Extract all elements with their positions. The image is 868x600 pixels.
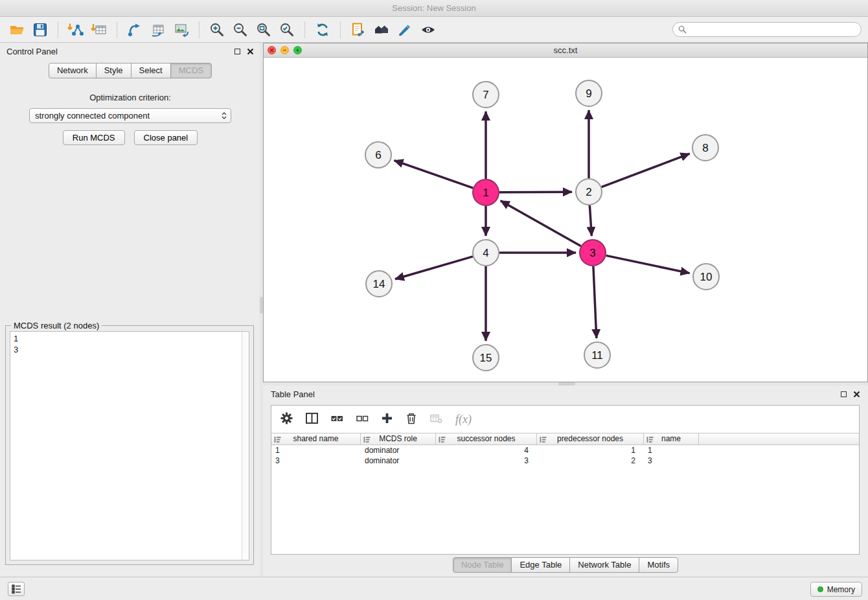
tab-style[interactable]: Style bbox=[96, 63, 131, 78]
zoom-selected-icon[interactable] bbox=[275, 19, 299, 40]
toolbar-separator bbox=[340, 21, 341, 38]
new-table-icon[interactable] bbox=[146, 19, 170, 40]
node-4[interactable]: 4 bbox=[473, 240, 499, 266]
table-row[interactable]: 1dominator411 bbox=[271, 445, 859, 456]
float-table-panel-icon[interactable] bbox=[841, 391, 847, 397]
node-1[interactable]: 1 bbox=[473, 179, 499, 205]
delete-table-icon-disabled bbox=[430, 413, 442, 426]
group-nodes-icon[interactable] bbox=[370, 19, 393, 40]
style-filter-icon[interactable] bbox=[393, 19, 417, 40]
table-cell: 3 bbox=[644, 456, 699, 466]
result-scrollbar[interactable] bbox=[242, 332, 249, 560]
edge-1-2[interactable] bbox=[499, 192, 572, 192]
network-window-titlebar[interactable]: scc.txt bbox=[264, 43, 867, 58]
criterion-dropdown[interactable]: strongly connected component bbox=[29, 108, 231, 123]
list-icon bbox=[12, 584, 21, 594]
column-header-name[interactable]: name bbox=[644, 433, 699, 444]
zoom-fit-icon[interactable] bbox=[252, 19, 275, 40]
network-graph[interactable]: 7968124314101511 bbox=[264, 58, 867, 382]
split-column-icon[interactable] bbox=[306, 413, 318, 426]
import-table-icon[interactable] bbox=[87, 19, 111, 40]
column-header-MCDS-role[interactable]: MCDS role bbox=[361, 433, 436, 444]
zoom-in-icon[interactable] bbox=[205, 19, 229, 40]
edge-2-8[interactable] bbox=[602, 154, 690, 187]
open-file-icon[interactable] bbox=[5, 19, 29, 40]
zoom-window-icon[interactable] bbox=[293, 46, 302, 54]
svg-text:11: 11 bbox=[591, 349, 603, 362]
close-table-panel-icon[interactable] bbox=[853, 391, 860, 398]
run-mcds-button[interactable]: Run MCDS bbox=[63, 130, 125, 145]
edge-2-3[interactable] bbox=[589, 205, 591, 236]
minimize-window-icon[interactable] bbox=[280, 46, 289, 54]
memory-button[interactable]: Memory bbox=[810, 582, 862, 597]
node-11[interactable]: 11 bbox=[584, 342, 610, 368]
deselect-all-icon[interactable] bbox=[356, 414, 369, 425]
tab-network-table[interactable]: Network Table bbox=[569, 557, 639, 573]
edge-3-10[interactable] bbox=[606, 255, 690, 273]
select-all-icon[interactable] bbox=[331, 414, 343, 425]
table-cell: 3 bbox=[271, 456, 361, 466]
status-bar: Memory bbox=[0, 577, 868, 600]
node-7[interactable]: 7 bbox=[473, 82, 499, 108]
mcds-result-title: MCDS result (2 nodes) bbox=[11, 321, 102, 330]
table-panel: Table Panel bbox=[263, 386, 868, 577]
search-box[interactable] bbox=[672, 22, 862, 37]
add-column-icon[interactable] bbox=[382, 413, 393, 426]
node-9[interactable]: 9 bbox=[576, 80, 602, 106]
table-cell: 4 bbox=[436, 445, 537, 456]
node-14[interactable]: 14 bbox=[366, 271, 392, 297]
refresh-layout-icon[interactable] bbox=[311, 19, 334, 40]
tab-network[interactable]: Network bbox=[49, 63, 97, 78]
network-share-icon[interactable] bbox=[123, 19, 146, 40]
column-header-successor-nodes[interactable]: successor nodes bbox=[436, 433, 537, 444]
node-8[interactable]: 8 bbox=[692, 135, 718, 161]
zoom-out-icon[interactable] bbox=[229, 19, 252, 40]
svg-text:15: 15 bbox=[480, 352, 492, 364]
window-titlebar: Session: New Session bbox=[0, 0, 868, 17]
float-panel-icon[interactable] bbox=[234, 49, 240, 54]
edge-3-11[interactable] bbox=[593, 266, 597, 338]
save-session-icon[interactable] bbox=[29, 19, 52, 40]
function-builder-icon: f(x) bbox=[455, 413, 472, 426]
column-header-predecessor-nodes[interactable]: predecessor nodes bbox=[537, 433, 644, 444]
close-panel-button[interactable]: Close panel bbox=[134, 130, 198, 145]
svg-text:3: 3 bbox=[589, 247, 595, 259]
import-network-icon[interactable] bbox=[64, 19, 87, 40]
edge-3-1[interactable] bbox=[501, 201, 581, 246]
annotation-icon[interactable] bbox=[347, 19, 370, 40]
network-canvas[interactable]: 7968124314101511 bbox=[264, 58, 867, 382]
show-hide-icon[interactable] bbox=[417, 19, 440, 40]
table-panel-header: Table Panel bbox=[263, 386, 868, 402]
tab-node-table[interactable]: Node Table bbox=[453, 557, 512, 573]
table-body: 1dominator4113dominator323 bbox=[271, 445, 859, 466]
svg-text:4: 4 bbox=[483, 247, 488, 259]
export-image-icon[interactable] bbox=[170, 19, 193, 40]
search-input[interactable] bbox=[690, 25, 856, 34]
node-10[interactable]: 10 bbox=[693, 264, 719, 290]
table-row[interactable]: 3dominator323 bbox=[271, 456, 859, 466]
close-window-icon[interactable] bbox=[268, 46, 276, 54]
column-header-shared-name[interactable]: shared name bbox=[271, 433, 361, 444]
mcds-result-list[interactable]: 13 bbox=[10, 331, 249, 560]
node-15[interactable]: 15 bbox=[473, 345, 499, 371]
tab-edge-table[interactable]: Edge Table bbox=[511, 557, 570, 573]
control-panel-header: Control Panel bbox=[0, 43, 260, 60]
table-panel-title: Table Panel bbox=[271, 389, 315, 399]
tab-mcds[interactable]: MCDS bbox=[170, 63, 212, 78]
column-attr-icon bbox=[363, 436, 371, 443]
node-2[interactable]: 2 bbox=[576, 179, 602, 205]
delete-column-icon[interactable] bbox=[405, 412, 417, 426]
close-panel-icon[interactable] bbox=[247, 48, 254, 55]
criterion-value: strongly connected component bbox=[35, 111, 219, 121]
gear-icon[interactable] bbox=[280, 412, 293, 426]
tab-select[interactable]: Select bbox=[131, 63, 171, 78]
edge-4-14[interactable] bbox=[395, 257, 473, 279]
search-icon bbox=[678, 25, 687, 34]
node-6[interactable]: 6 bbox=[365, 142, 391, 168]
node-3[interactable]: 3 bbox=[580, 240, 606, 266]
edge-1-6[interactable] bbox=[394, 161, 474, 188]
tab-motifs[interactable]: Motifs bbox=[639, 557, 678, 573]
result-line: 3 bbox=[14, 344, 246, 355]
task-history-button[interactable] bbox=[8, 582, 25, 596]
memory-status-icon bbox=[817, 586, 823, 592]
